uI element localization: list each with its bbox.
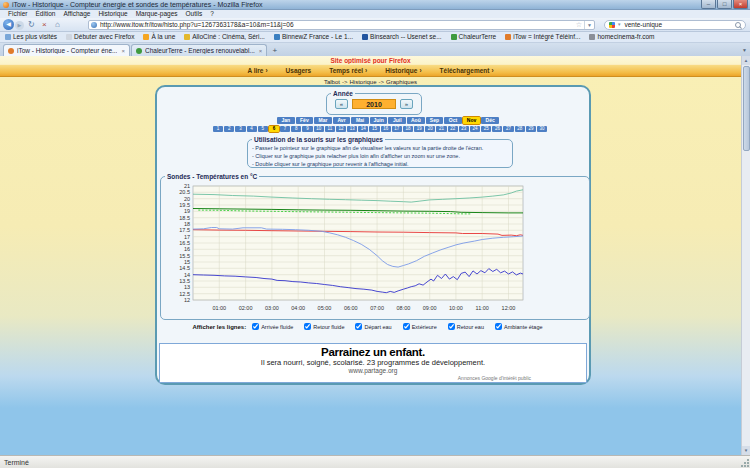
month-button-Oct[interactable]: Oct — [444, 117, 462, 124]
day-button-28[interactable]: 28 — [515, 126, 525, 132]
month-button-Fév[interactable]: Fév — [296, 117, 314, 124]
line-toggle[interactable]: Retour fluide — [304, 323, 344, 330]
line-checkbox-retour-fluide[interactable] — [304, 323, 311, 330]
day-button-26[interactable]: 26 — [492, 126, 502, 132]
day-button-8[interactable]: 8 — [291, 126, 301, 132]
day-button-21[interactable]: 21 — [436, 126, 446, 132]
day-button-27[interactable]: 27 — [503, 126, 513, 132]
scroll-down-icon[interactable]: ▼ — [742, 446, 750, 455]
scroll-up-icon[interactable]: ▲ — [742, 56, 750, 65]
day-button-23[interactable]: 23 — [459, 126, 469, 132]
line-toggle[interactable]: Retour eau — [448, 323, 484, 330]
day-button-11[interactable]: 11 — [325, 126, 335, 132]
ad-banner[interactable]: Parrainez un enfant. Il sera nourri, soi… — [159, 343, 587, 383]
month-button-Juin[interactable]: Juin — [370, 117, 388, 124]
month-button-Sep[interactable]: Sep — [426, 117, 444, 124]
url-text[interactable]: http://www.itow.fr/itow/histo.php?u=1267… — [100, 20, 576, 29]
bookmark-item[interactable]: ChaleurTerre — [451, 32, 497, 42]
bookmark-item[interactable]: Débuter avec Firefox — [66, 32, 134, 42]
new-tab-button[interactable]: + — [268, 45, 281, 56]
day-button-15[interactable]: 15 — [369, 126, 379, 132]
day-button-3[interactable]: 3 — [235, 126, 245, 132]
bookmark-item[interactable]: À la une — [143, 32, 175, 42]
line-toggle[interactable]: Départ eau — [355, 323, 391, 330]
day-button-19[interactable]: 19 — [414, 126, 424, 132]
forward-button[interactable]: ▶ — [15, 21, 24, 30]
day-button-13[interactable]: 13 — [347, 126, 357, 132]
month-button-Aoû[interactable]: Aoû — [407, 117, 425, 124]
year-prev-button[interactable]: « — [335, 99, 348, 109]
bookmark-item[interactable]: AlloCiné : Cinéma, Séri... — [184, 32, 265, 42]
search-box[interactable]: ▼ vente-unique — [604, 20, 746, 30]
menu-item-édition[interactable]: Édition — [32, 10, 60, 18]
site-nav-historique[interactable]: Historique› — [385, 67, 421, 74]
line-toggle[interactable]: Arrivée fluide — [252, 323, 293, 330]
site-nav-téléchargement[interactable]: Téléchargement› — [440, 67, 494, 74]
month-button-Mar[interactable]: Mar — [314, 117, 332, 124]
day-button-7[interactable]: 7 — [280, 126, 290, 132]
bookmark-item[interactable]: Les plus visités — [5, 32, 57, 42]
close-tab-icon[interactable]: × — [121, 48, 125, 54]
maximize-button[interactable]: □ — [717, 0, 732, 9]
line-checkbox-extérieure[interactable] — [403, 323, 410, 330]
site-nav-temps-réel[interactable]: Temps réel› — [329, 67, 367, 74]
bookmark-star-icon[interactable]: ☆ — [576, 21, 582, 29]
day-button-16[interactable]: 16 — [381, 126, 391, 132]
close-tab-icon[interactable]: × — [259, 48, 263, 54]
url-dropdown-icon[interactable]: ▼ — [584, 21, 592, 29]
menu-item-marque-pages[interactable]: Marque-pages — [132, 10, 182, 18]
reload-button[interactable]: ↻ — [28, 20, 35, 30]
home-button[interactable]: ⌂ — [55, 20, 60, 30]
resize-grip[interactable] — [741, 459, 749, 467]
day-button-1[interactable]: 1 — [213, 126, 223, 132]
menu-item-?[interactable]: ? — [206, 10, 218, 18]
tab[interactable]: iTow - Historique - Compteur éne...× — [3, 44, 130, 56]
back-button[interactable]: ◀ — [3, 19, 14, 30]
menu-item-outils[interactable]: Outils — [182, 10, 207, 18]
bookmark-item[interactable]: BinnewZ France - Le 1... — [274, 32, 353, 42]
site-nav-a-lire[interactable]: A lire› — [247, 67, 267, 74]
url-bar[interactable]: http://www.itow.fr/itow/histo.php?u=1267… — [88, 20, 595, 30]
search-icon[interactable] — [735, 22, 741, 28]
month-button-Avr[interactable]: Avr — [333, 117, 351, 124]
site-nav-usagers[interactable]: Usagers — [286, 67, 312, 74]
day-button-29[interactable]: 29 — [526, 126, 536, 132]
menu-item-historique[interactable]: Historique — [94, 10, 131, 18]
month-button-Mai[interactable]: Mai — [351, 117, 369, 124]
scrollbar-thumb[interactable] — [743, 66, 750, 151]
menu-item-fichier[interactable]: Fichier — [4, 10, 32, 18]
day-button-10[interactable]: 10 — [314, 126, 324, 132]
search-input[interactable]: vente-unique — [624, 20, 735, 29]
day-button-30[interactable]: 30 — [537, 126, 547, 132]
stop-button[interactable]: × — [42, 20, 47, 30]
bookmark-item[interactable]: iTow = Intégré Téléinf... — [505, 32, 580, 42]
line-checkbox-départ-eau[interactable] — [355, 323, 362, 330]
search-engine-dropdown-icon[interactable]: ▼ — [617, 22, 621, 27]
line-checkbox-arrivée-fluide[interactable] — [252, 323, 259, 330]
day-button-25[interactable]: 25 — [481, 126, 491, 132]
day-button-22[interactable]: 22 — [448, 126, 458, 132]
day-button-14[interactable]: 14 — [358, 126, 368, 132]
day-button-12[interactable]: 12 — [336, 126, 346, 132]
line-checkbox-retour-eau[interactable] — [448, 323, 455, 330]
close-button[interactable]: × — [733, 0, 748, 9]
ad-title[interactable]: Parrainez un enfant. — [160, 346, 586, 358]
day-button-5[interactable]: 5 — [258, 126, 268, 132]
day-button-18[interactable]: 18 — [403, 126, 413, 132]
month-button-Nov[interactable]: Nov — [463, 117, 481, 124]
line-toggle[interactable]: Extérieure — [403, 323, 437, 330]
temperature-chart[interactable]: 1212.51313.51414.51515.51616.51717.51818… — [165, 181, 585, 317]
day-button-9[interactable]: 9 — [302, 126, 312, 132]
month-button-Juil[interactable]: Juil — [388, 117, 406, 124]
day-button-24[interactable]: 24 — [470, 126, 480, 132]
year-value[interactable]: 2010 — [352, 99, 396, 109]
vertical-scrollbar[interactable]: ▲ ▼ — [741, 56, 750, 455]
month-button-Déc[interactable]: Déc — [481, 117, 499, 124]
day-button-6[interactable]: 6 — [269, 126, 279, 132]
bookmark-item[interactable]: homecinema-fr.com — [589, 32, 654, 42]
tab-list-icon[interactable]: ▼ — [742, 47, 747, 53]
line-toggle[interactable]: Ambiante étage — [495, 323, 543, 330]
day-button-4[interactable]: 4 — [247, 126, 257, 132]
ad-url[interactable]: www.partage.org — [160, 367, 586, 375]
minimize-button[interactable]: – — [701, 0, 716, 9]
